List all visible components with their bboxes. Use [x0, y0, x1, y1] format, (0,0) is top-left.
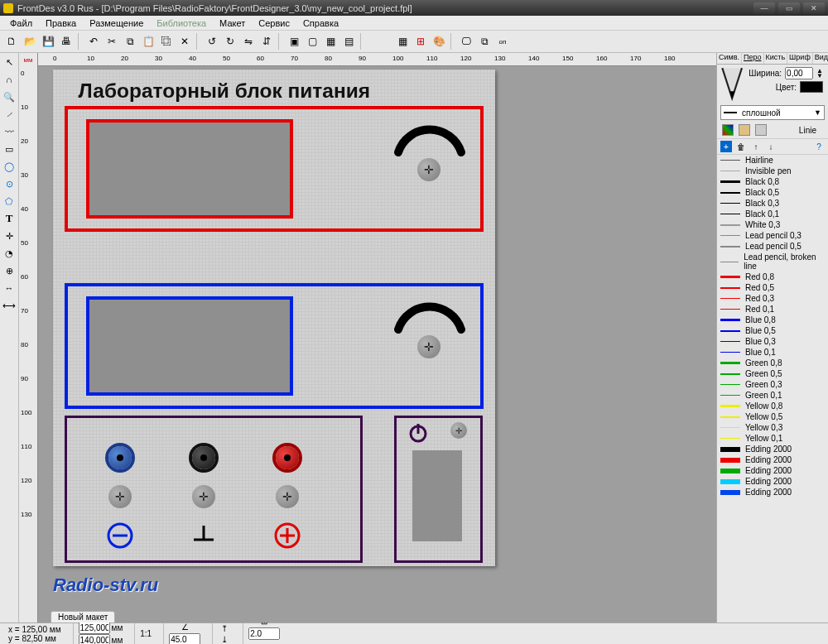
pen-row[interactable]: Black 0,5	[717, 187, 828, 198]
pen-row[interactable]: Black 0,8	[717, 176, 828, 187]
design-page[interactable]: Лабораторный блок питания ✛ ✛	[53, 70, 495, 566]
pen-row[interactable]: Yellow 0,5	[717, 411, 828, 422]
rect-icon[interactable]: ▭	[2, 142, 17, 156]
align-bottom-icon[interactable]: ⤓	[218, 635, 231, 644]
rp-tab-font[interactable]: Шриф	[787, 53, 813, 64]
pen-row[interactable]: Green 0,3	[717, 379, 828, 390]
pen-row[interactable]: Hairline	[717, 155, 828, 166]
pen-row[interactable]: Yellow 0,1	[717, 433, 828, 444]
status-y-input[interactable]	[79, 634, 110, 645]
drill-icon[interactable]: ⊕	[2, 263, 17, 278]
minimize-button[interactable]: —	[753, 2, 775, 14]
menu-file[interactable]: Файл	[5, 17, 37, 29]
add-pen-icon[interactable]: +	[720, 141, 732, 152]
rotate-right-icon[interactable]: ↻	[222, 33, 238, 50]
pen-row[interactable]: Green 0,5	[717, 368, 828, 379]
dot-icon[interactable]: ⊙	[2, 176, 17, 191]
pen-row[interactable]: Yellow 0,3	[717, 422, 828, 433]
pen-row[interactable]: Edding 2000	[717, 465, 828, 476]
pen-row[interactable]: Edding 2000	[717, 454, 828, 465]
pen-row[interactable]: Red 0,5	[717, 282, 828, 293]
group-icon[interactable]: ▦	[322, 33, 339, 50]
switch-icon[interactable]: on	[494, 33, 511, 50]
snap-input[interactable]	[248, 627, 280, 640]
copy-icon[interactable]: ⧉	[122, 33, 138, 50]
layers-icon[interactable]: ⧉	[476, 33, 493, 50]
canvas[interactable]: Лабораторный блок питания ✛ ✛	[38, 66, 716, 622]
menu-edit[interactable]: Правка	[41, 17, 81, 29]
pen-row[interactable]: Edding 2000	[717, 476, 828, 487]
flip-v-icon[interactable]: ⇵	[258, 33, 275, 50]
duplicate-icon[interactable]: ⿻	[158, 33, 175, 50]
palette-icon[interactable]: 🎨	[431, 33, 447, 50]
bring-front-icon[interactable]: ▣	[286, 33, 302, 50]
pan-icon[interactable]: ∩	[2, 72, 17, 87]
pen-row[interactable]: Black 0,3	[717, 198, 828, 209]
screen-icon[interactable]: 🖵	[458, 33, 474, 50]
pen-row[interactable]: Invisible pen	[717, 166, 828, 176]
undo-icon[interactable]: ↶	[85, 33, 102, 50]
dim-icon[interactable]: ↔	[2, 281, 17, 296]
new-icon[interactable]: 🗋	[3, 33, 20, 50]
pen-row[interactable]: Lead pencil 0,3	[717, 230, 828, 241]
page-tab-1[interactable]: Новый макет	[51, 611, 115, 622]
width-input[interactable]	[785, 67, 813, 79]
rp-tab-pen[interactable]: Перо	[742, 53, 764, 64]
palette-3-icon[interactable]	[755, 124, 767, 136]
pen-row[interactable]: Red 0,8	[717, 272, 828, 282]
linestyle-combo[interactable]: сплошной ▼	[720, 105, 825, 120]
pen-row[interactable]: Red 0,1	[717, 304, 828, 315]
pen-list[interactable]: HairlineInvisible penBlack 0,8Black 0,5B…	[717, 155, 828, 622]
pen-row[interactable]: Yellow 0,8	[717, 401, 828, 411]
status-x-input[interactable]	[79, 622, 110, 634]
paste-icon[interactable]: 📋	[140, 33, 156, 50]
delete-icon[interactable]: ✕	[176, 33, 193, 50]
palette-2-icon[interactable]	[739, 124, 750, 136]
menu-library[interactable]: Библиотека	[152, 17, 211, 29]
move-down-icon[interactable]: ↓	[765, 141, 777, 152]
pen-row[interactable]: Green 0,1	[717, 390, 828, 401]
menu-layout[interactable]: Макет	[214, 17, 250, 29]
pen-row[interactable]: Blue 0,5	[717, 325, 828, 336]
pen-row[interactable]: Lead pencil, broken line	[717, 252, 828, 272]
polygon-icon[interactable]: ⬠	[2, 194, 17, 209]
menu-service[interactable]: Сервис	[253, 17, 295, 29]
palette-1-icon[interactable]	[722, 124, 734, 136]
pen-row[interactable]: Green 0,8	[717, 358, 828, 368]
menu-place[interactable]: Размещение	[84, 17, 148, 29]
cut-icon[interactable]: ✂	[104, 33, 120, 50]
pen-row[interactable]: Blue 0,8	[717, 315, 828, 325]
rp-tab-view[interactable]: Вид	[813, 53, 828, 64]
measure-icon[interactable]: ⟷	[2, 298, 17, 313]
width-spinner[interactable]: ▲▼	[816, 69, 823, 79]
help-icon[interactable]: ?	[813, 141, 825, 152]
pen-row[interactable]: Blue 0,1	[717, 347, 828, 358]
delete-pen-icon[interactable]: 🗑	[735, 141, 747, 152]
print-icon[interactable]: 🖶	[58, 33, 75, 50]
zoom-icon[interactable]: 🔍	[2, 89, 17, 104]
save-icon[interactable]: 💾	[40, 33, 56, 50]
color-swatch[interactable]	[800, 81, 823, 93]
align-top-icon[interactable]: ⤒	[218, 624, 231, 633]
target-icon[interactable]: ✛	[2, 228, 17, 243]
text-icon[interactable]: T	[2, 211, 17, 226]
pointer-icon[interactable]: ↖	[2, 55, 17, 70]
line-icon[interactable]: ⟋	[2, 107, 17, 122]
angle-input[interactable]	[169, 633, 200, 645]
rotate-left-icon[interactable]: ↺	[204, 33, 220, 50]
maximize-button[interactable]: ▭	[778, 2, 800, 14]
pen-row[interactable]: Edding 2000	[717, 444, 828, 454]
pen-row[interactable]: Black 0,1	[717, 209, 828, 219]
circle-icon[interactable]: ◯	[2, 159, 17, 174]
grid-icon[interactable]: ▦	[394, 33, 411, 50]
pen-row[interactable]: White 0,3	[717, 219, 828, 230]
move-up-icon[interactable]: ↑	[750, 141, 762, 152]
snap-icon[interactable]: ⊞	[412, 33, 429, 50]
pen-row[interactable]: Red 0,3	[717, 293, 828, 304]
pen-row[interactable]: Lead pencil 0,5	[717, 241, 828, 252]
send-back-icon[interactable]: ▢	[304, 33, 320, 50]
pen-row[interactable]: Edding 2000	[717, 487, 828, 497]
scale-icon[interactable]: ◔	[2, 246, 17, 261]
rp-tab-brush[interactable]: Кисть	[764, 53, 788, 64]
ungroup-icon[interactable]: ▤	[340, 33, 357, 50]
